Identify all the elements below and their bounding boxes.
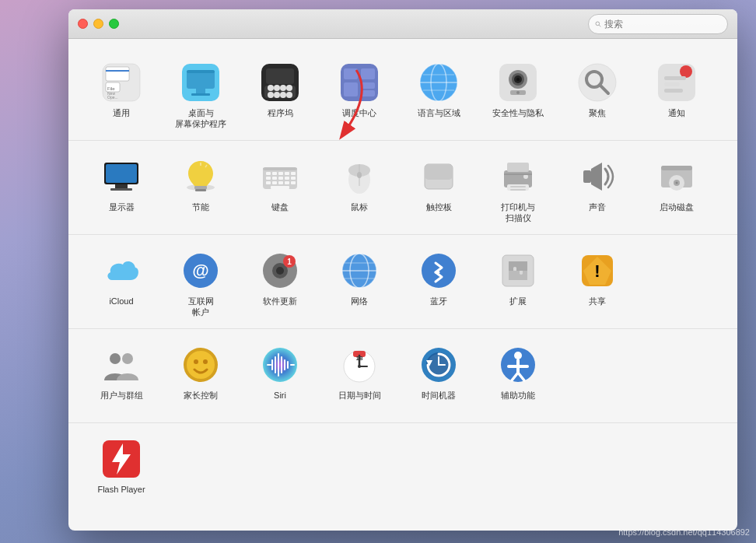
pref-icon-icloud: [101, 250, 142, 291]
pref-icon-users: [101, 345, 142, 385]
svg-rect-63: [263, 167, 297, 170]
content-area: File New Ope... 通用: [68, 39, 737, 531]
pref-icon-network: [339, 250, 380, 291]
pref-item-extensions[interactable]: 扩展: [481, 243, 555, 313]
pref-item-mission[interactable]: 调度中心: [322, 54, 397, 124]
pref-item-printers[interactable]: 打印机与扫描仪: [481, 149, 555, 219]
pref-item-software[interactable]: 1 软件更新: [243, 243, 317, 313]
pref-item-icloud[interactable]: iCloud: [84, 243, 159, 313]
system-prefs-window: File New Ope... 通用: [68, 9, 737, 531]
pref-item-parental[interactable]: 家长控制: [163, 337, 238, 407]
pref-item-internet[interactable]: @ 互联网帐户: [163, 243, 238, 313]
section-other: Flash Player: [68, 423, 737, 531]
search-input[interactable]: [604, 19, 721, 30]
pref-label-energy: 节能: [192, 201, 209, 212]
pref-item-flash[interactable]: Flash Player: [84, 431, 159, 501]
pref-item-keyboard[interactable]: 键盘: [243, 149, 317, 219]
pref-item-security[interactable]: 安全性与隐私: [481, 54, 555, 124]
svg-rect-75: [272, 181, 277, 184]
pref-label-security: 安全性与隐私: [492, 107, 544, 118]
svg-point-127: [122, 353, 133, 364]
search-box[interactable]: [588, 14, 728, 34]
svg-text:!: !: [594, 261, 600, 281]
svg-text:Ope...: Ope...: [107, 95, 118, 100]
pref-label-software: 软件更新: [263, 296, 297, 307]
svg-point-131: [203, 359, 208, 364]
pref-item-siri[interactable]: Siri: [243, 337, 317, 407]
svg-rect-110: [264, 268, 271, 273]
pref-label-network: 网络: [351, 296, 368, 307]
svg-rect-106: [289, 268, 296, 273]
svg-rect-93: [583, 170, 591, 183]
items-grid-1: File New Ope... 通用: [84, 54, 722, 124]
pref-item-startup[interactable]: 启动磁盘: [639, 149, 714, 219]
pref-item-sound[interactable]: 声音: [560, 149, 635, 219]
svg-rect-71: [278, 177, 283, 180]
svg-point-21: [286, 85, 292, 91]
pref-label-dock: 程序坞: [268, 107, 293, 118]
pref-item-language[interactable]: 语言与区域: [401, 54, 476, 124]
pref-item-trackpad[interactable]: 触控板: [401, 149, 476, 219]
pref-icon-general: File New Ope...: [101, 62, 142, 103]
svg-rect-29: [344, 82, 358, 96]
search-icon: [595, 19, 601, 29]
pref-item-spotlight[interactable]: 聚焦: [560, 54, 635, 124]
pref-label-mission: 调度中心: [342, 107, 376, 118]
pref-label-timemachine: 时间机器: [422, 390, 456, 401]
svg-rect-89: [510, 186, 526, 187]
pref-item-desktop[interactable]: 桌面与屏幕保护程序: [163, 54, 238, 124]
pref-label-icloud: iCloud: [109, 296, 133, 307]
svg-point-83: [357, 172, 362, 178]
pref-label-flash: Flash Player: [97, 484, 145, 495]
pref-item-general[interactable]: File New Ope... 通用: [84, 54, 159, 124]
svg-point-24: [280, 92, 286, 98]
pref-item-sharing[interactable]: ! 共享: [560, 243, 635, 313]
pref-item-notifications[interactable]: 通知: [639, 54, 714, 124]
svg-rect-68: [291, 172, 296, 175]
traffic-lights: [78, 19, 119, 29]
pref-label-internet: 互联网帐户: [188, 296, 214, 318]
pref-icon-dock: [260, 62, 300, 103]
pref-item-energy[interactable]: 节能: [163, 149, 238, 219]
svg-rect-50: [664, 76, 686, 80]
pref-icon-displays: [101, 156, 142, 197]
pref-icon-accessibility: [498, 345, 538, 385]
minimize-button[interactable]: [93, 19, 103, 29]
svg-point-98: [676, 182, 678, 184]
svg-rect-59: [195, 189, 206, 191]
pref-item-users[interactable]: 用户与群组: [84, 337, 159, 407]
pref-icon-security: [498, 62, 538, 103]
svg-rect-27: [344, 68, 358, 79]
svg-rect-5: [106, 70, 129, 72]
pref-item-displays[interactable]: 显示器: [84, 149, 159, 219]
svg-point-23: [274, 92, 280, 98]
pref-label-notifications: 通知: [668, 107, 685, 118]
svg-rect-17: [266, 68, 294, 84]
watermark: https://blog.csdn.net/qq114306892: [618, 527, 750, 537]
svg-rect-79: [271, 186, 289, 189]
pref-item-network[interactable]: 网络: [322, 243, 397, 313]
pref-label-desktop: 桌面与屏幕保护程序: [175, 107, 226, 130]
close-button[interactable]: [78, 19, 88, 29]
pref-label-spotlight: 聚焦: [589, 107, 606, 118]
pref-label-printers: 打印机与扫描仪: [501, 201, 535, 224]
pref-label-startup: 启动磁盘: [660, 201, 694, 212]
pref-icon-sharing: !: [577, 250, 618, 291]
svg-rect-108: [278, 280, 282, 286]
pref-item-datetime[interactable]: 18 日期与时间: [322, 337, 397, 407]
pref-icon-spotlight: [577, 62, 618, 103]
pref-label-keyboard: 键盘: [271, 201, 289, 212]
svg-rect-74: [266, 181, 271, 184]
pref-icon-energy: [180, 156, 221, 197]
pref-item-bluetooth[interactable]: 蓝牙: [401, 243, 476, 313]
svg-rect-52: [664, 89, 683, 93]
section-personal: File New Ope... 通用: [68, 47, 737, 141]
pref-item-dock[interactable]: 程序坞: [243, 54, 317, 124]
svg-rect-72: [285, 177, 289, 180]
pref-item-timemachine[interactable]: 时间机器: [401, 337, 476, 407]
maximize-button[interactable]: [109, 19, 119, 29]
svg-rect-78: [291, 181, 296, 184]
pref-icon-flash: [101, 439, 142, 479]
pref-item-mouse[interactable]: 鼠标: [322, 149, 397, 219]
pref-item-accessibility[interactable]: 辅助功能: [481, 337, 555, 407]
